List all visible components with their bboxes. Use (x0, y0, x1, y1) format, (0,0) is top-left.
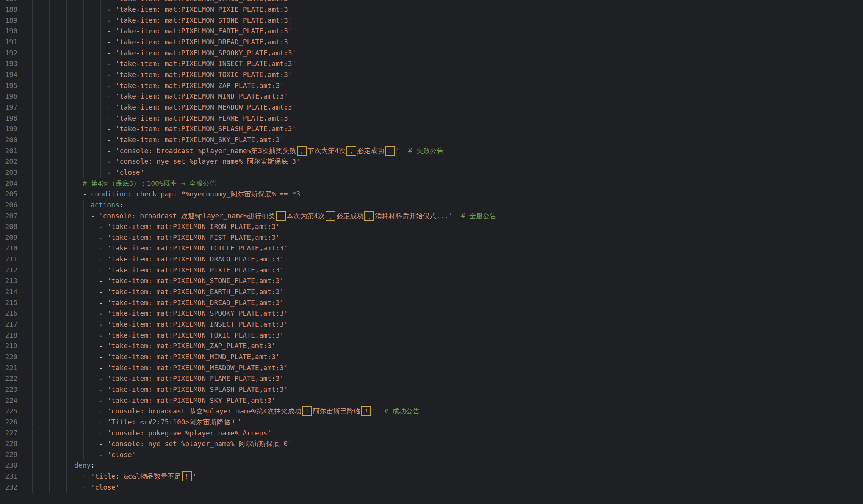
line-number[interactable]: 199 (0, 124, 17, 135)
line-number[interactable]: 222 (0, 373, 17, 384)
code-line-212[interactable]: 212- 'take-item: mat:PIXELMON_PIXIE_PLAT… (0, 265, 863, 276)
line-number[interactable]: 230 (0, 460, 17, 471)
code-line-217[interactable]: 217- 'take-item: mat:PIXELMON_INSECT_PLA… (0, 319, 863, 330)
line-number[interactable]: 207 (0, 211, 17, 222)
code-line-214[interactable]: 214- 'take-item: mat:PIXELMON_EARTH_PLAT… (0, 286, 863, 297)
code-line-198[interactable]: 198- 'take-item: mat:PIXELMON_FLAME_PLAT… (0, 113, 863, 124)
token-punct: - (107, 27, 116, 35)
code-line-231[interactable]: 231- 'title: &c&l物品数量不足！' (0, 471, 863, 482)
code-line-208[interactable]: 208- 'take-item: mat:PIXELMON_IRON_PLATE… (0, 221, 863, 232)
line-number[interactable]: 208 (0, 221, 17, 232)
code-line-218[interactable]: 218- 'take-item: mat:PIXELMON_TOXIC_PLAT… (0, 330, 863, 341)
line-number[interactable]: 196 (0, 91, 17, 102)
line-number[interactable]: 220 (0, 352, 17, 363)
line-number[interactable]: 225 (0, 406, 17, 417)
code-line-215[interactable]: 215- 'take-item: mat:PIXELMON_DREAD_PLAT… (0, 297, 863, 308)
line-number[interactable]: 214 (0, 286, 17, 297)
line-number[interactable]: 187 (0, 0, 17, 4)
code-text: - 'take-item: mat:PIXELMON_ZAP_PLATE,amt… (99, 341, 276, 352)
line-number[interactable]: 227 (0, 428, 17, 439)
line-number[interactable]: 224 (0, 395, 17, 406)
code-line-209[interactable]: 209- 'take-item: mat:PIXELMON_FIST_PLATE… (0, 232, 863, 243)
line-number[interactable]: 206 (0, 200, 17, 211)
code-line-190[interactable]: 190- 'take-item: mat:PIXELMON_EARTH_PLAT… (0, 26, 863, 37)
line-number[interactable]: 202 (0, 156, 17, 167)
line-number[interactable]: 231 (0, 471, 17, 482)
line-number[interactable]: 210 (0, 243, 17, 254)
line-number[interactable]: 232 (0, 482, 17, 493)
unicode-highlight-box: ！ (182, 471, 192, 481)
unicode-highlight-box: ， (326, 211, 335, 221)
line-number[interactable]: 203 (0, 167, 17, 178)
line-number[interactable]: 215 (0, 297, 17, 308)
line-number[interactable]: 193 (0, 58, 17, 69)
line-number[interactable]: 191 (0, 37, 17, 48)
code-line-199[interactable]: 199- 'take-item: mat:PIXELMON_SPLASH_PLA… (0, 124, 863, 135)
line-number[interactable]: 189 (0, 15, 17, 26)
code-line-203[interactable]: 203- 'close' (0, 167, 863, 178)
line-number[interactable]: 205 (0, 189, 17, 200)
code-line-187[interactable]: 187- 'take-item: mat:PIXELMON_DRACO_PLAT… (0, 0, 863, 4)
code-line-225[interactable]: 225- 'console: broadcast 恭喜%player_name%… (0, 406, 863, 417)
code-line-204[interactable]: 204# 第4次（保底3）：100%概率 → 全服公告 (0, 178, 863, 189)
code-line-188[interactable]: 188- 'take-item: mat:PIXELMON_PIXIE_PLAT… (0, 4, 863, 15)
line-number[interactable]: 221 (0, 363, 17, 374)
code-line-216[interactable]: 216- 'take-item: mat:PIXELMON_SPOOKY_PLA… (0, 308, 863, 319)
code-line-221[interactable]: 221- 'take-item: mat:PIXELMON_MEADOW_PLA… (0, 363, 863, 374)
code-line-192[interactable]: 192- 'take-item: mat:PIXELMON_SPOOKY_PLA… (0, 48, 863, 59)
token-punct: - (99, 299, 107, 307)
code-line-200[interactable]: 200- 'take-item: mat:PIXELMON_SKY_PLATE,… (0, 135, 863, 146)
line-number[interactable]: 197 (0, 102, 17, 113)
code-line-202[interactable]: 202- 'console: nye set %player_name% 阿尔宙… (0, 156, 863, 167)
line-number[interactable]: 198 (0, 113, 17, 124)
line-number[interactable]: 212 (0, 265, 17, 276)
token-string: 必定成功 (357, 147, 384, 155)
line-number[interactable]: 226 (0, 417, 17, 428)
code-line-229[interactable]: 229- 'close' (0, 449, 863, 460)
line-number[interactable]: 209 (0, 232, 17, 243)
line-number[interactable]: 204 (0, 178, 17, 189)
code-line-219[interactable]: 219- 'take-item: mat:PIXELMON_ZAP_PLATE,… (0, 341, 863, 352)
line-number[interactable]: 223 (0, 384, 17, 395)
code-text: - 'take-item: mat:PIXELMON_FLAME_PLATE,a… (99, 373, 284, 384)
code-line-227[interactable]: 227- 'console: pokegive %player_name% Ar… (0, 428, 863, 439)
code-line-191[interactable]: 191- 'take-item: mat:PIXELMON_DREAD_PLAT… (0, 37, 863, 48)
code-line-201[interactable]: 201- 'console: broadcast %player_name%第3… (0, 146, 863, 157)
indent-guides (27, 102, 104, 113)
line-number[interactable]: 211 (0, 254, 17, 265)
code-line-230[interactable]: 230deny: (0, 460, 863, 471)
code-line-220[interactable]: 220- 'take-item: mat:PIXELMON_MIND_PLATE… (0, 352, 863, 363)
code-line-206[interactable]: 206actions: (0, 200, 863, 211)
line-number[interactable]: 218 (0, 330, 17, 341)
code-line-213[interactable]: 213- 'take-item: mat:PIXELMON_STONE_PLAT… (0, 275, 863, 286)
line-number[interactable]: 200 (0, 135, 17, 146)
code-line-224[interactable]: 224- 'take-item: mat:PIXELMON_SKY_PLATE,… (0, 395, 863, 406)
line-number[interactable]: 229 (0, 449, 17, 460)
code-line-205[interactable]: 205- condition: check papi *%nyeconomy_阿… (0, 189, 863, 200)
code-line-207[interactable]: 207- 'console: broadcast 欢迎%player_name%… (0, 211, 863, 222)
code-line-232[interactable]: 232- 'close' (0, 482, 863, 493)
code-line-197[interactable]: 197- 'take-item: mat:PIXELMON_MEADOW_PLA… (0, 102, 863, 113)
line-number[interactable]: 194 (0, 69, 17, 80)
line-number[interactable]: 219 (0, 341, 17, 352)
code-line-211[interactable]: 211- 'take-item: mat:PIXELMON_DRACO_PLAT… (0, 254, 863, 265)
code-line-189[interactable]: 189- 'take-item: mat:PIXELMON_STONE_PLAT… (0, 15, 863, 26)
code-line-222[interactable]: 222- 'take-item: mat:PIXELMON_FLAME_PLAT… (0, 373, 863, 384)
code-line-193[interactable]: 193- 'take-item: mat:PIXELMON_INSECT_PLA… (0, 58, 863, 69)
line-number[interactable]: 228 (0, 438, 17, 449)
line-number[interactable]: 201 (0, 146, 17, 157)
code-line-194[interactable]: 194- 'take-item: mat:PIXELMON_TOXIC_PLAT… (0, 69, 863, 80)
code-line-210[interactable]: 210- 'take-item: mat:PIXELMON_ICICLE_PLA… (0, 243, 863, 254)
line-number[interactable]: 217 (0, 319, 17, 330)
code-line-196[interactable]: 196- 'take-item: mat:PIXELMON_MIND_PLATE… (0, 91, 863, 102)
line-number[interactable]: 192 (0, 48, 17, 59)
line-number[interactable]: 213 (0, 275, 17, 286)
line-number[interactable]: 188 (0, 4, 17, 15)
code-line-226[interactable]: 226- 'Title: <r#2:75:100>阿尔宙斯降临！' (0, 417, 863, 428)
code-line-223[interactable]: 223- 'take-item: mat:PIXELMON_SPLASH_PLA… (0, 384, 863, 395)
line-number[interactable]: 195 (0, 80, 17, 91)
code-line-195[interactable]: 195- 'take-item: mat:PIXELMON_ZAP_PLATE,… (0, 80, 863, 91)
code-line-228[interactable]: 228- 'console: nye set %player_name% 阿尔宙… (0, 438, 863, 449)
line-number[interactable]: 190 (0, 26, 17, 37)
line-number[interactable]: 216 (0, 308, 17, 319)
